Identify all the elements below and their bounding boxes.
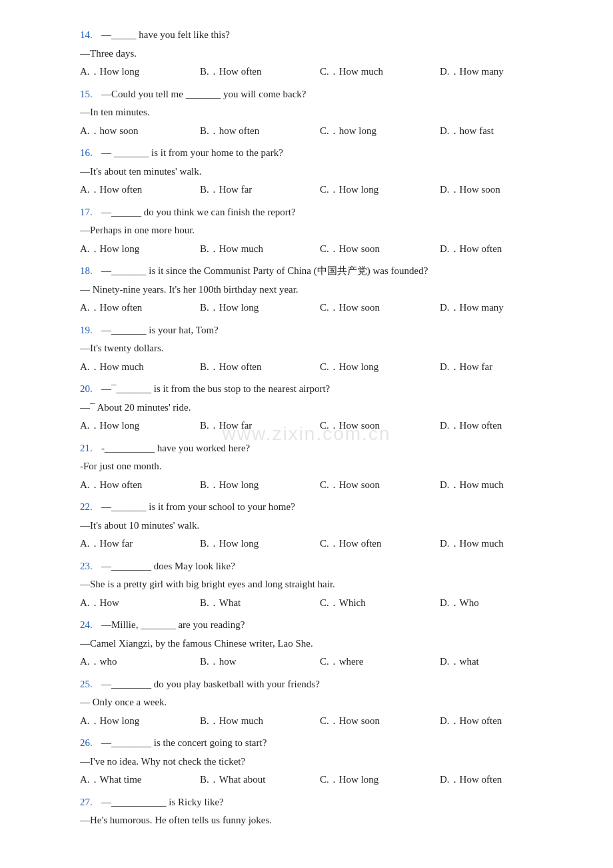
option-item: C.．How soon [320,417,440,435]
option-item: B.．How long [200,299,320,317]
options-line: A.．How longB.．How farC.．How soonD.．How o… [80,417,560,435]
answer-line: —In ten minutes. [80,104,560,121]
option-item: D.．How soon [440,181,560,199]
option-item: A.．How often [80,181,200,199]
option-item: C.．Which [320,595,440,612]
question-number: 27. [80,794,99,811]
question-number: 26. [80,735,99,752]
answer-line: —Perhaps in one more hour. [80,222,560,239]
question-block: 20.—¯_______ is it from the bus stop to … [80,381,560,435]
answer-line: —¯ About 20 minutes' ride. [80,399,560,417]
question-number: 18. [80,263,99,280]
option-item: A.．How long [80,63,200,81]
answer-line: —It's twenty dollars. [80,340,560,357]
answer-line: —It's about ten minutes' walk. [80,163,560,181]
option-item: B.．how [200,653,320,671]
option-item: C.．How soon [320,477,440,494]
question-number: 25. [80,676,99,693]
options-line: A.．What timeB.．What aboutC.．How longD.．H… [80,771,560,789]
option-item: B.．How far [200,181,320,199]
answer-line: —He's humorous. He often tells us funny … [80,812,560,829]
options-line: A.．whoB.．howC.．whereD.．what [80,653,560,671]
question-line: 18.—_______ is it since the Communist Pa… [80,263,560,280]
answer-line: —Three days. [80,45,560,63]
question-block: 23.—________ does May look like?—She is … [80,558,560,612]
option-item: B.．How far [200,417,320,435]
options-line: A.．HowB.．WhatC.．WhichD.．Who [80,595,560,612]
option-item: A.．How much [80,359,200,376]
question-block: 18.—_______ is it since the Communist Pa… [80,263,560,317]
option-item: C.．How long [320,181,440,199]
option-item: D.．How often [440,771,560,789]
question-number: 21. [80,440,99,457]
question-line: 26.—________ is the concert going to sta… [80,735,560,752]
question-block: 14.—_____ have you felt like this?—Three… [80,27,560,81]
option-item: A.．How often [80,299,200,317]
answer-line: —She is a pretty girl with big bright ey… [80,576,560,593]
question-line: 24.—Millie, _______ are you reading? [80,617,560,634]
question-block: 21.-__________ have you worked here?-For… [80,440,560,494]
question-number: 19. [80,322,99,339]
question-line: 15.—Could you tell me _______ you will c… [80,86,560,103]
question-stem: —_______ is it from your school to your … [101,499,560,516]
question-block: 17.—______ do you think we can finish th… [80,204,560,258]
option-item: D.．How much [440,535,560,553]
options-line: A.．How farB.．How longC.．How oftenD.．How … [80,535,560,553]
question-stem: —________ does May look like? [101,558,560,575]
option-item: D.．how fast [440,123,560,140]
question-number: 22. [80,499,99,516]
option-item: C.．where [320,653,440,671]
question-stem: —¯_______ is it from the bus stop to the… [101,381,560,398]
option-item: D.．How often [440,241,560,258]
answer-line: —Camel Xiangzi, by the famous Chinese wr… [80,635,560,653]
answer-line: — Only once a week. [80,694,560,711]
option-item: C.．How soon [320,241,440,258]
question-stem: —_____ have you felt like this? [101,27,560,44]
option-item: D.．How many [440,63,560,81]
question-stem: —______ do you think we can finish the r… [101,204,560,221]
question-stem: —_______ is your hat, Tom? [101,322,560,339]
option-item: B.．How often [200,63,320,81]
option-item: C.．How soon [320,713,440,730]
question-block: 27.—___________ is Ricky like?—He's humo… [80,794,560,829]
question-line: 20.—¯_______ is it from the bus stop to … [80,381,560,398]
question-number: 23. [80,558,99,575]
option-item: B.．how often [200,123,320,140]
question-stem: — _______ is it from your home to the pa… [101,145,560,162]
option-item: C.．How much [320,63,440,81]
answer-line: —It's about 10 minutes' walk. [80,517,560,535]
options-line: A.．how soonB.．how oftenC.．how longD.．how… [80,123,560,140]
question-block: 22.—_______ is it from your school to yo… [80,499,560,553]
question-block: 16.— _______ is it from your home to the… [80,145,560,199]
option-item: D.．How often [440,417,560,435]
options-line: A.．How oftenB.．How longC.．How soonD.．How… [80,477,560,494]
options-line: A.．How longB.．How oftenC.．How muchD.．How… [80,63,560,81]
option-item: B.．How much [200,241,320,258]
question-number: 16. [80,145,99,162]
question-block: 15.—Could you tell me _______ you will c… [80,86,560,140]
question-block: 25.—________ do you play basketball with… [80,676,560,730]
question-line: 22.—_______ is it from your school to yo… [80,499,560,516]
question-number: 14. [80,27,99,44]
option-item: A.．How often [80,477,200,494]
question-number: 24. [80,617,99,634]
option-item: D.．How far [440,359,560,376]
option-item: C.．How long [320,359,440,376]
option-item: D.．what [440,653,560,671]
option-item: B.．What [200,595,320,612]
question-stem: —________ is the concert going to start? [101,735,560,752]
question-line: 14.—_____ have you felt like this? [80,27,560,44]
option-item: D.．How often [440,713,560,730]
option-item: A.．How long [80,713,200,730]
options-line: A.．How longB.．How muchC.．How soonD.．How … [80,713,560,730]
question-stem: —Millie, _______ are you reading? [101,617,560,634]
answer-line: — Ninety-nine years. It's her 100th birt… [80,281,560,299]
option-item: C.．how long [320,123,440,140]
option-item: A.．how soon [80,123,200,140]
options-line: A.．How muchB.．How oftenC.．How longD.．How… [80,359,560,376]
questions-container: 14.—_____ have you felt like this?—Three… [80,27,560,829]
question-line: 23.—________ does May look like? [80,558,560,575]
question-line: 27.—___________ is Ricky like? [80,794,560,811]
question-stem: —___________ is Ricky like? [101,794,560,811]
option-item: A.．who [80,653,200,671]
